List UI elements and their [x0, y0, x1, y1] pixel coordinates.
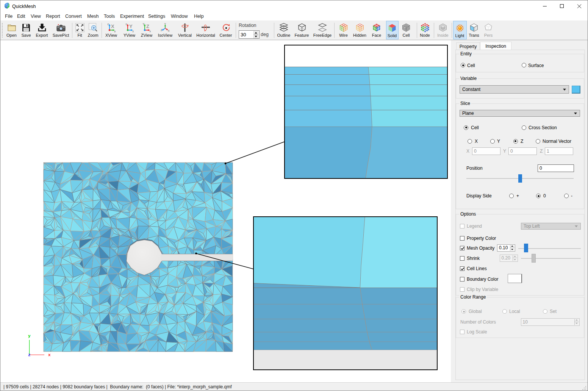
svg-text:x: x: [125, 23, 127, 25]
svg-text:X: X: [111, 23, 114, 29]
svg-text:x: x: [150, 30, 151, 33]
svg-text:X: X: [168, 30, 170, 32]
svg-text:z: z: [28, 353, 31, 357]
svg-text:y: y: [28, 334, 31, 338]
svg-text:z: z: [107, 23, 109, 25]
svg-text:y: y: [114, 30, 116, 33]
svg-text:x: x: [48, 353, 51, 357]
svg-text:Y: Y: [129, 23, 133, 29]
svg-text:Z: Z: [161, 29, 163, 31]
svg-text:Z: Z: [146, 23, 149, 29]
svg-text:z: z: [132, 30, 134, 33]
